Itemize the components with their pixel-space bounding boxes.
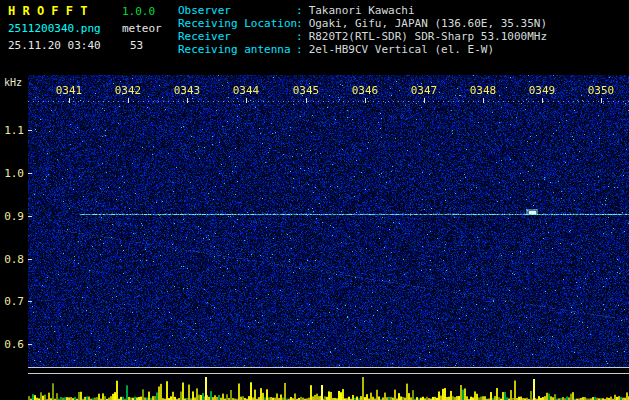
- app-version: 1.0.0: [122, 5, 155, 18]
- info-separator: :: [296, 43, 303, 56]
- station-info: Observer:Takanori Kawachi Receiving Loca…: [178, 4, 547, 56]
- time-tick-label: 0346: [352, 84, 379, 97]
- echo-count: 53: [130, 39, 143, 52]
- time-tick-label: 0344: [233, 84, 260, 97]
- y-tick-label: 1.1: [4, 124, 24, 137]
- time-tick-label: 0341: [56, 84, 83, 97]
- info-value: Ogaki, Gifu, JAPAN (136.60E, 35.35N): [309, 17, 547, 30]
- info-separator: :: [296, 17, 303, 30]
- time-tick-label: 0343: [174, 84, 201, 97]
- time-tick-label: 0348: [470, 84, 497, 97]
- time-tick-label: 0350: [588, 84, 615, 97]
- hrofft-window: H R O F F T 1.0.0 2511200340.png meteor …: [0, 0, 629, 400]
- y-tick-label: 0.7: [4, 295, 24, 308]
- info-value: 2el-HB9CV Vertical (el. E-W): [309, 43, 494, 56]
- frequency-unit-label: kHz: [4, 77, 22, 88]
- info-value: R820T2(RTL-SDR) SDR-Sharp 53.1000MHz: [309, 30, 547, 43]
- frequency-axis: kHz 1.1 1.0 0.9 0.8 0.7 0.6: [0, 75, 28, 400]
- info-label: Receiving Location: [178, 17, 296, 30]
- signal-strength-strip: [28, 375, 629, 400]
- y-tick-label: 0.8: [4, 253, 24, 266]
- time-axis: 0341 0342 0343 0344 0345 0346 0347 0348 …: [28, 84, 629, 97]
- time-tick-label: 0345: [293, 84, 320, 97]
- info-row-location: Receiving Location:Ogaki, Gifu, JAPAN (1…: [178, 17, 547, 30]
- info-label: Receiver: [178, 30, 296, 43]
- info-row-observer: Observer:Takanori Kawachi: [178, 4, 547, 17]
- time-tick-label: 0347: [411, 84, 438, 97]
- mode-label: meteor: [122, 22, 162, 35]
- y-tick-label: 0.9: [4, 210, 24, 223]
- info-label: Receiving antenna: [178, 43, 296, 56]
- y-tick-label: 1.0: [4, 167, 24, 180]
- filename: 2511200340.png: [8, 22, 101, 35]
- spectrogram-canvas: [28, 75, 629, 375]
- time-tick-label: 0349: [529, 84, 556, 97]
- info-separator: :: [296, 4, 303, 17]
- header: H R O F F T 1.0.0 2511200340.png meteor …: [0, 0, 629, 75]
- datetime: 25.11.20 03:40: [8, 39, 101, 52]
- info-separator: :: [296, 30, 303, 43]
- info-row-receiver: Receiver:R820T2(RTL-SDR) SDR-Sharp 53.10…: [178, 30, 547, 43]
- info-row-antenna: Receiving antenna:2el-HB9CV Vertical (el…: [178, 43, 547, 56]
- app-title: H R O F F T: [8, 4, 87, 18]
- time-tick-label: 0342: [115, 84, 142, 97]
- y-tick-label: 0.6: [4, 338, 24, 351]
- info-label: Observer: [178, 4, 296, 17]
- info-value: Takanori Kawachi: [309, 4, 415, 17]
